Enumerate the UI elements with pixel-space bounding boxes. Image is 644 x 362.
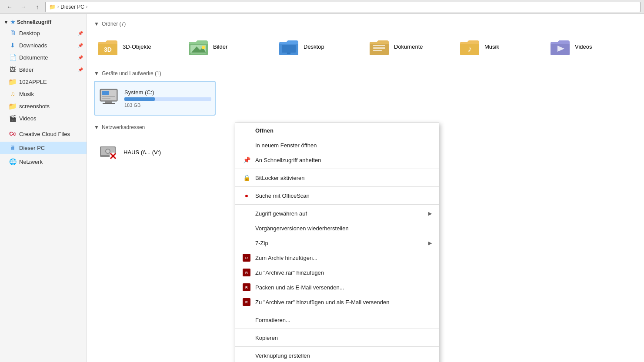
desktop-icon: 🖻 bbox=[9, 29, 17, 37]
sidebar-item-cc-label: Creative Cloud Files bbox=[19, 131, 70, 137]
quick-access-label: Schnellzugriff bbox=[17, 19, 51, 25]
sidebar-item-dokumente[interactable]: 📄 Dokumente 📌 bbox=[0, 51, 87, 63]
sidebar-item-musik-label: Musik bbox=[19, 91, 34, 97]
downloads-icon: ⬇ bbox=[9, 41, 17, 49]
zugriff-icon bbox=[242, 209, 251, 218]
sidebar-item-netzwerk-label: Netzwerk bbox=[19, 159, 43, 165]
context-menu-archiv-hinzu[interactable]: R Zum Archiv hinzufügen... bbox=[235, 250, 439, 265]
context-menu-rar-email[interactable]: R Zu "Archive.rar" hinzufügen und als E-… bbox=[235, 295, 439, 309]
verknuepfung-icon bbox=[242, 351, 251, 360]
network-icon: 🌐 bbox=[9, 158, 17, 166]
sidebar-item-dokumente-label: Dokumente bbox=[19, 54, 48, 61]
vorgaenger-icon bbox=[242, 224, 251, 232]
kopieren-icon bbox=[242, 333, 251, 342]
rar-email-label: Zu "Archive.rar" hinzufügen und als E-Ma… bbox=[255, 299, 432, 306]
context-menu-archiv-rar[interactable]: R Zu "Archive.rar" hinzufügen bbox=[235, 265, 439, 280]
sidebar-item-102apple[interactable]: 📁 102APPLE bbox=[0, 76, 87, 88]
pin-icon-downloads: 📌 bbox=[78, 43, 83, 48]
7zip-icon bbox=[242, 239, 251, 247]
kopieren-label: Kopieren bbox=[255, 335, 432, 341]
main-layout: ▼ ★ Schnellzugriff 🖻 Desktop 📌 ⬇ Downloa… bbox=[0, 14, 644, 362]
sidebar-item-creative-cloud[interactable]: Cc Creative Cloud Files bbox=[0, 128, 87, 140]
sidebar-item-desktop-label: Desktop bbox=[19, 30, 40, 37]
zugriff-label: Zugriff gewähren auf bbox=[255, 210, 424, 217]
address-pc-label: Dieser PC bbox=[60, 4, 84, 10]
sidebar-item-dieser-pc[interactable]: 🖥 Dieser PC bbox=[0, 142, 87, 154]
schnellzugriff-icon: 📌 bbox=[242, 156, 251, 164]
back-button[interactable]: ← bbox=[3, 2, 16, 12]
sidebar-item-bilder[interactable]: 🖼 Bilder 📌 bbox=[0, 63, 87, 76]
context-menu-bitlocker[interactable]: 🔒 BitLocker aktivieren bbox=[235, 170, 439, 185]
folder-icon-screenshots: 📁 bbox=[9, 102, 17, 110]
sidebar-item-screenshots-label: screenshots bbox=[19, 103, 50, 110]
quick-access-icon: ★ bbox=[10, 19, 15, 25]
separator-4 bbox=[235, 311, 439, 311]
pc-icon: 🖥 bbox=[9, 144, 17, 152]
archiv-hinzu-label: Zum Archiv hinzufügen... bbox=[255, 255, 432, 261]
schnellzugriff-label: An Schnellzugriff anheften bbox=[255, 157, 432, 163]
quick-access-header[interactable]: ▼ ★ Schnellzugriff bbox=[0, 17, 87, 27]
context-menu: Öffnen In neuem Fenster öffnen 📌 An Schn… bbox=[235, 123, 439, 362]
address-breadcrumb-1: 📁 bbox=[49, 4, 56, 10]
chevron-icon: ▼ bbox=[3, 19, 9, 25]
sidebar-item-musik[interactable]: ♫ Musik bbox=[0, 88, 87, 100]
archiv-rar-label: Zu "Archive.rar" hinzufügen bbox=[255, 269, 432, 276]
content-area: ▼ Ordner (7) 3D 3D-Objekte bbox=[87, 14, 644, 362]
dokumente-icon: 📄 bbox=[9, 53, 17, 61]
context-menu-officescan[interactable]: ● Suche mit OfficeScan bbox=[235, 188, 439, 203]
sidebar-item-desktop[interactable]: 🖻 Desktop 📌 bbox=[0, 27, 87, 39]
separator-1 bbox=[235, 169, 439, 169]
oeffnen-icon bbox=[242, 126, 251, 135]
sidebar-item-102apple-label: 102APPLE bbox=[19, 79, 47, 85]
context-menu-oeffnen[interactable]: Öffnen bbox=[235, 123, 439, 138]
neues-fenster-label: In neuem Fenster öffnen bbox=[255, 142, 432, 149]
pin-icon: 📌 bbox=[78, 31, 83, 36]
context-menu-zugriff[interactable]: Zugriff gewähren auf ▶ bbox=[235, 206, 439, 221]
context-menu-overlay[interactable]: Öffnen In neuem Fenster öffnen 📌 An Schn… bbox=[87, 14, 644, 362]
officescan-label: Suche mit OfficeScan bbox=[255, 193, 432, 199]
musik-icon: ♫ bbox=[9, 90, 17, 98]
sidebar-item-bilder-label: Bilder bbox=[19, 66, 33, 73]
sidebar-item-videos[interactable]: 🎬 Videos bbox=[0, 112, 87, 124]
sidebar-item-downloads-label: Downloads bbox=[19, 42, 47, 49]
context-menu-verknuepfung[interactable]: Verknüpfung erstellen bbox=[235, 348, 439, 362]
7zip-arrow: ▶ bbox=[428, 240, 432, 246]
sidebar-item-netzwerk[interactable]: 🌐 Netzwerk bbox=[0, 156, 87, 168]
neues-fenster-icon bbox=[242, 141, 251, 149]
zugriff-arrow: ▶ bbox=[428, 211, 432, 216]
context-menu-schnellzugriff[interactable]: 📌 An Schnellzugriff anheften bbox=[235, 153, 439, 167]
sidebar-item-screenshots[interactable]: 📁 screenshots bbox=[0, 100, 87, 112]
title-bar: ← → ↑ 📁 › Dieser PC › bbox=[0, 0, 644, 14]
pin-icon-dokumente: 📌 bbox=[78, 55, 83, 60]
separator-3 bbox=[235, 204, 439, 205]
context-menu-formatieren[interactable]: Formatieren... bbox=[235, 312, 439, 327]
archiv-hinzu-icon: R bbox=[242, 253, 251, 262]
officescan-icon: ● bbox=[242, 191, 251, 200]
vorgaenger-label: Vorgängerversionen wiederherstellen bbox=[255, 225, 432, 232]
sidebar-item-videos-label: Videos bbox=[19, 115, 37, 122]
context-menu-neues-fenster[interactable]: In neuem Fenster öffnen bbox=[235, 138, 439, 153]
bitlocker-icon: 🔒 bbox=[242, 173, 251, 182]
bilder-icon: 🖼 bbox=[9, 66, 17, 73]
verknuepfung-label: Verknüpfung erstellen bbox=[255, 352, 432, 359]
sidebar: ▼ ★ Schnellzugriff 🖻 Desktop 📌 ⬇ Downloa… bbox=[0, 14, 87, 362]
sidebar-item-dieser-pc-label: Dieser PC bbox=[19, 145, 45, 151]
sidebar-item-downloads[interactable]: ⬇ Downloads 📌 bbox=[0, 39, 87, 51]
context-menu-7zip[interactable]: 7-Zip ▶ bbox=[235, 236, 439, 250]
folder-icon-102: 📁 bbox=[9, 78, 17, 86]
7zip-label: 7-Zip bbox=[255, 240, 424, 246]
separator-6 bbox=[235, 346, 439, 347]
context-menu-kopieren[interactable]: Kopieren bbox=[235, 330, 439, 345]
address-bar[interactable]: 📁 › Dieser PC › bbox=[45, 2, 641, 12]
formatieren-icon bbox=[242, 316, 251, 324]
separator-5 bbox=[235, 329, 439, 329]
context-menu-packen-email[interactable]: R Packen und als E-Mail versenden... bbox=[235, 280, 439, 295]
separator-2 bbox=[235, 186, 439, 187]
packen-email-label: Packen und als E-Mail versenden... bbox=[255, 284, 432, 291]
forward-button[interactable]: → bbox=[17, 2, 30, 12]
context-menu-vorgaenger[interactable]: Vorgängerversionen wiederherstellen bbox=[235, 221, 439, 236]
videos-icon: 🎬 bbox=[9, 114, 17, 122]
up-button[interactable]: ↑ bbox=[31, 2, 43, 12]
packen-email-icon: R bbox=[242, 283, 251, 292]
archiv-rar-icon: R bbox=[242, 268, 251, 277]
